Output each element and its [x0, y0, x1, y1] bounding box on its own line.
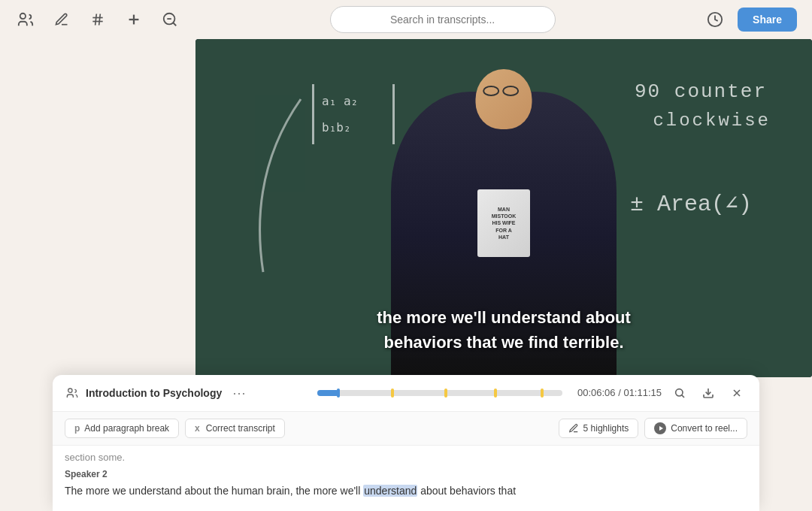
convert-label: Convert to reel...	[671, 423, 738, 434]
panel-title-area: Introduction to Psychology ⋯	[65, 385, 310, 401]
search-input[interactable]	[330, 6, 556, 33]
toolbar-left	[15, 9, 180, 30]
chalk-text-2: clockwise	[653, 110, 771, 131]
transcript-content: section some. Speaker 2 The more we unde…	[53, 446, 759, 511]
share-button[interactable]: Share	[738, 8, 797, 32]
video-subtitles: the more we'll understand about behavior…	[316, 305, 692, 355]
time-display: 00:06:06 / 01:11:15	[577, 387, 662, 398]
highlights-icon	[568, 423, 579, 434]
timeline-marker-5	[541, 389, 544, 398]
transcript-toolbar: p Add paragraph break x Correct transcri…	[53, 412, 759, 446]
plus-icon[interactable]	[123, 9, 144, 30]
pen-icon[interactable]	[51, 9, 72, 30]
correct-prefix: x	[195, 423, 200, 434]
speaker-label: Speaker 2	[65, 469, 747, 479]
professor-head	[476, 69, 532, 129]
close-icon[interactable]	[726, 382, 747, 404]
panel-header-actions: 00:06:06 / 01:11:15	[570, 382, 747, 404]
chalk-curve	[241, 84, 391, 310]
convert-icon	[654, 422, 666, 434]
clock-icon[interactable]	[704, 9, 726, 30]
search-transcript-icon[interactable]	[669, 382, 690, 404]
transcript-text-before: The more we understand about the human b…	[65, 485, 363, 497]
top-toolbar: Share	[0, 0, 812, 39]
transcript-text: The more we understand about the human b…	[65, 482, 747, 499]
panel-title: Introduction to Psychology	[86, 387, 222, 399]
video-background: a₁ a₂ b₁b₂ 90 counter clockwise A⃗ · B⃗ …	[195, 39, 812, 377]
paragraph-prefix: p	[74, 423, 80, 434]
professor-glasses	[483, 86, 519, 96]
timeline-marker-2	[391, 389, 394, 398]
add-paragraph-button[interactable]: p Add paragraph break	[65, 419, 179, 438]
transcript-previous-text: section some.	[65, 452, 747, 463]
zoom-icon[interactable]	[159, 9, 180, 30]
transcript-highlighted-word: understand	[363, 485, 417, 497]
add-paragraph-label: Add paragraph break	[84, 423, 169, 434]
convert-to-reel-button[interactable]: Convert to reel...	[644, 418, 747, 439]
panel-menu-button[interactable]: ⋯	[228, 385, 250, 401]
panel-people-icon	[65, 386, 80, 401]
panel-header: Introduction to Psychology ⋯ 00:06:06 / …	[53, 375, 759, 412]
timeline-marker-4	[494, 389, 497, 398]
video-container: a₁ a₂ b₁b₂ 90 counter clockwise A⃗ · B⃗ …	[195, 39, 812, 377]
chalk-formula-2: = ± Area(∠)	[603, 189, 752, 217]
transcript-text-after: about behaviors that	[417, 485, 516, 497]
transcript-panel: Introduction to Psychology ⋯ 00:06:06 / …	[53, 375, 759, 511]
svg-line-3	[95, 14, 97, 26]
people-icon[interactable]	[15, 9, 36, 30]
download-icon[interactable]	[698, 382, 719, 404]
correct-transcript-button[interactable]: x Correct transcript	[185, 419, 285, 438]
hash-icon[interactable]	[87, 9, 108, 30]
chalk-text-1: 90 counter	[635, 80, 767, 103]
highlights-label: 5 highlights	[583, 423, 629, 434]
toolbar-right: Share	[704, 8, 797, 32]
video-player[interactable]: a₁ a₂ b₁b₂ 90 counter clockwise A⃗ · B⃗ …	[195, 39, 812, 377]
svg-line-13	[681, 395, 684, 398]
timeline-marker-1	[337, 389, 340, 398]
timeline-bar[interactable]	[317, 390, 562, 396]
svg-line-4	[99, 14, 101, 26]
svg-line-8	[173, 23, 176, 26]
svg-point-0	[20, 14, 26, 19]
highlights-button[interactable]: 5 highlights	[559, 419, 639, 438]
correct-transcript-label: Correct transcript	[206, 423, 275, 434]
timeline-progress	[317, 390, 339, 396]
timeline-marker-3	[444, 389, 447, 398]
svg-point-11	[68, 389, 72, 392]
book-prop: MANMISTOOKHIS WIFEFOR AHAT	[477, 189, 530, 257]
